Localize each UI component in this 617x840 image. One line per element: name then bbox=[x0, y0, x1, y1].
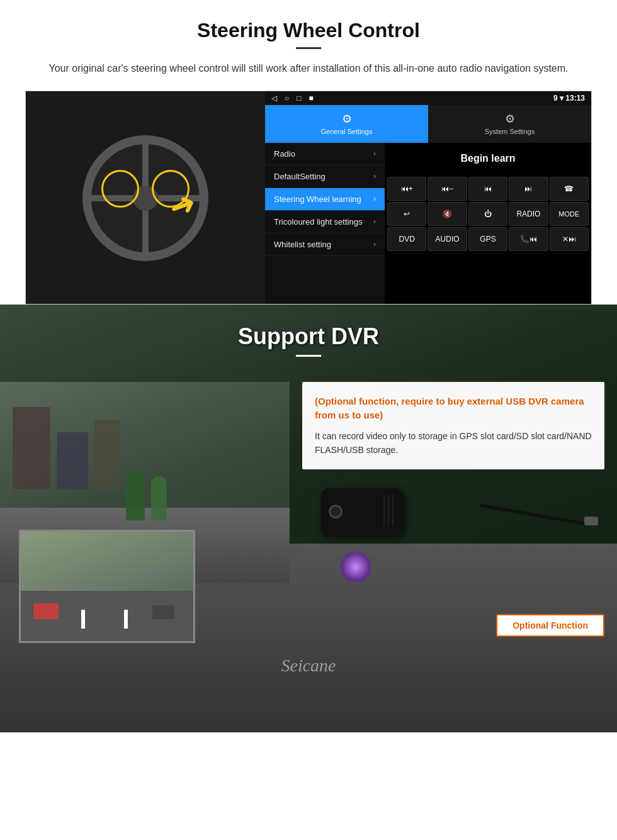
dvr-left-area bbox=[0, 382, 290, 650]
menu-item-tricoloured[interactable]: Tricoloured light settings › bbox=[265, 211, 385, 233]
optional-function-button[interactable]: Optional Function bbox=[496, 614, 604, 637]
inset-lane-2 bbox=[124, 610, 128, 629]
menu-item-steering-wheel[interactable]: Steering Wheel learning › bbox=[265, 188, 385, 211]
general-settings-icon: ⚙ bbox=[342, 112, 352, 126]
inset-lane-1 bbox=[81, 610, 85, 629]
menu-default-label: DefaultSetting bbox=[274, 172, 325, 181]
tab-general-label: General Settings bbox=[321, 128, 373, 135]
chevron-right-icon: › bbox=[373, 172, 376, 181]
brand-name: Seicane bbox=[281, 656, 336, 675]
status-time: 9 ▾ 13:13 bbox=[553, 94, 585, 103]
ui-panel: ◁ ○ □ ■ 9 ▾ 13:13 ⚙ General Settings ⚙ S… bbox=[265, 91, 591, 304]
ctrl-vol-up[interactable]: ⏮+ bbox=[387, 177, 426, 201]
section-subtitle: Your original car's steering wheel contr… bbox=[25, 60, 592, 77]
ctrl-radio[interactable]: RADIO bbox=[509, 202, 548, 226]
ctrl-hang-up[interactable]: ↩ bbox=[387, 202, 426, 226]
title-divider bbox=[296, 47, 321, 49]
ctrl-phone-prev[interactable]: 📞⏮ bbox=[509, 227, 548, 251]
highlight-left bbox=[101, 170, 139, 208]
control-grid: ⏮+ ⏮− ⏮ ⏭ ☎ ↩ 🔇 ⏻ RADIO MODE DVD AUDIO G… bbox=[385, 174, 591, 254]
dvr-camera-product bbox=[302, 482, 604, 608]
chevron-right-icon: › bbox=[373, 217, 376, 226]
page-title: Steering Wheel Control bbox=[25, 19, 592, 42]
tree-1 bbox=[126, 470, 145, 520]
dvr-title-divider bbox=[296, 355, 321, 357]
usb-plug bbox=[584, 517, 598, 525]
ui-menu: Radio › DefaultSetting › Steering Wheel … bbox=[265, 143, 591, 304]
dvr-content: (Optional function, require to buy exter… bbox=[0, 382, 617, 650]
camera-lens bbox=[329, 505, 342, 518]
menu-radio-label: Radio bbox=[274, 149, 295, 159]
ctrl-mute[interactable]: 🔇 bbox=[427, 202, 467, 226]
tab-system-label: System Settings bbox=[485, 128, 535, 135]
tree-2 bbox=[151, 476, 167, 520]
ctrl-dvd[interactable]: DVD bbox=[387, 227, 426, 251]
optional-function-area: Optional Function bbox=[302, 614, 604, 649]
ctrl-next[interactable]: ⏭ bbox=[509, 177, 548, 201]
menu-whitelist-label: Whitelist setting bbox=[274, 240, 331, 249]
home-icon: ○ bbox=[285, 94, 289, 103]
building-2 bbox=[57, 432, 88, 489]
system-settings-icon: ⚙ bbox=[505, 112, 515, 126]
menu-tricoloured-label: Tricoloured light settings bbox=[274, 217, 362, 227]
ctrl-power[interactable]: ⏻ bbox=[468, 202, 507, 226]
ctrl-vol-down[interactable]: ⏮− bbox=[427, 177, 467, 201]
ctrl-prev[interactable]: ⏮ bbox=[468, 177, 507, 201]
ctrl-mode[interactable]: MODE bbox=[550, 202, 589, 226]
begin-learn-row: Begin learn bbox=[385, 143, 591, 174]
dvr-section: Support DVR bbox=[0, 305, 617, 732]
left-menu: Radio › DefaultSetting › Steering Wheel … bbox=[265, 143, 385, 304]
dvr-title-area: Support DVR bbox=[0, 305, 617, 363]
ctrl-skip[interactable]: ✕⏭ bbox=[550, 227, 589, 251]
vent-1 bbox=[392, 495, 393, 526]
settings-tabs: ⚙ General Settings ⚙ System Settings bbox=[265, 105, 591, 143]
dvr-inset-view bbox=[19, 530, 195, 643]
right-controls: Begin learn ⏮+ ⏮− ⏮ ⏭ ☎ ↩ 🔇 ⏻ RADIO MODE… bbox=[385, 143, 591, 304]
statusbar-nav-icons: ◁ ○ □ ■ bbox=[271, 94, 314, 103]
menu-item-radio[interactable]: Radio › bbox=[265, 143, 385, 165]
vent-2 bbox=[388, 495, 389, 526]
status-bar: ◁ ○ □ ■ 9 ▾ 13:13 bbox=[265, 91, 591, 105]
vent-3 bbox=[383, 495, 385, 526]
dvr-right-area: (Optional function, require to buy exter… bbox=[290, 382, 617, 650]
tab-system-settings[interactable]: ⚙ System Settings bbox=[428, 105, 591, 143]
ctrl-audio[interactable]: AUDIO bbox=[427, 227, 467, 251]
ctrl-phone[interactable]: ☎ bbox=[550, 177, 589, 201]
wheel-container: ➜ bbox=[82, 135, 208, 261]
dvr-info-box: (Optional function, require to buy exter… bbox=[302, 382, 604, 470]
menu-steering-label: Steering Wheel learning bbox=[274, 194, 361, 204]
inset-car-2 bbox=[152, 605, 174, 619]
chevron-right-icon: › bbox=[373, 194, 376, 203]
back-icon: ◁ bbox=[271, 94, 277, 103]
dvr-info-text: It can record video only to storage in G… bbox=[315, 429, 592, 457]
ctrl-gps[interactable]: GPS bbox=[468, 227, 507, 251]
camera-cable bbox=[479, 504, 591, 527]
building-1 bbox=[13, 407, 50, 489]
tab-general-settings[interactable]: ⚙ General Settings bbox=[265, 105, 428, 143]
steering-wheel-image: ➜ bbox=[26, 91, 265, 305]
recent-icon: □ bbox=[297, 94, 301, 103]
camera-body bbox=[321, 488, 403, 535]
dvr-title: Support DVR bbox=[0, 323, 617, 350]
building-3 bbox=[94, 420, 120, 489]
dvr-info-title: (Optional function, require to buy exter… bbox=[315, 395, 592, 423]
brand-watermark: Seicane bbox=[0, 649, 617, 679]
chevron-right-icon: › bbox=[373, 149, 376, 158]
menu-icon: ■ bbox=[309, 94, 314, 103]
camera-light-effect bbox=[340, 551, 371, 583]
steering-demo: ➜ ◁ ○ □ ■ 9 ▾ 13:13 ⚙ General Settings bbox=[25, 91, 592, 305]
menu-item-default[interactable]: DefaultSetting › bbox=[265, 165, 385, 188]
menu-item-whitelist[interactable]: Whitelist setting › bbox=[265, 233, 385, 256]
chevron-right-icon: › bbox=[373, 240, 376, 249]
begin-learn-button[interactable]: Begin learn bbox=[460, 153, 515, 164]
dvr-inset-content bbox=[21, 532, 193, 641]
steering-section: Steering Wheel Control Your original car… bbox=[0, 0, 617, 305]
inset-car-1 bbox=[33, 603, 59, 619]
